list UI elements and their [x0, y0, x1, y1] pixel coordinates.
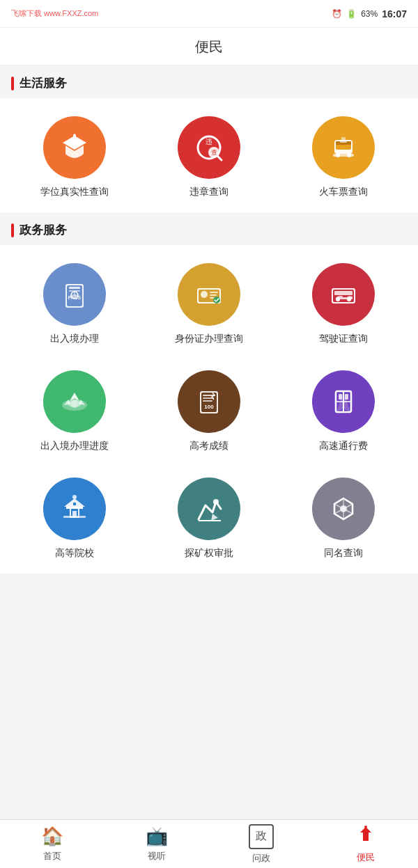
life-services-title: 生活服务 [20, 75, 67, 91]
svg-point-33 [336, 297, 340, 301]
svg-rect-53 [73, 503, 76, 505]
highway-fee-item[interactable]: 高速通行费 [284, 370, 403, 452]
border-affairs-item[interactable]: PASS 出入境办理 [15, 263, 134, 345]
svg-rect-14 [341, 137, 346, 141]
svg-rect-52 [66, 507, 83, 509]
svg-rect-47 [345, 394, 348, 400]
violation-check-icon: 违 查 [178, 116, 240, 179]
gov-services-header: 政务服务 [0, 212, 418, 245]
id-card-label: 身份证办理查询 [175, 333, 243, 345]
svg-point-0 [71, 138, 78, 145]
bottom-nav: 🏠 首页 📺 视听 政 问政 便民 [0, 819, 418, 868]
universities-icon [43, 478, 106, 540]
svg-rect-50 [72, 511, 77, 516]
driving-license-item[interactable]: 驾驶证查询 [284, 263, 403, 345]
gaokao-icon: 100 [178, 370, 240, 433]
battery-percent: 63% [361, 9, 378, 19]
svg-text:违: 违 [206, 138, 212, 145]
highway-fee-icon [312, 370, 375, 433]
nav-home[interactable]: 🏠 首页 [17, 826, 87, 862]
nav-politics[interactable]: 政 问政 [226, 824, 296, 865]
gov-services-grid: PASS 出入境办理 [0, 245, 418, 574]
svg-point-56 [213, 499, 219, 505]
train-ticket-item[interactable]: 火车票查询 [284, 116, 403, 198]
life-services-row: 学位真实性查询 违 查 违章查询 [0, 105, 418, 212]
degree-check-label: 学位真实性查询 [40, 186, 109, 198]
svg-rect-26 [210, 292, 218, 293]
highway-fee-label: 高速通行费 [319, 440, 368, 452]
svg-point-25 [201, 291, 208, 298]
nav-media-label: 视听 [148, 850, 166, 862]
svg-rect-41 [203, 400, 212, 402]
gov-row-2: 出入境办理进度 100 高考成绩 [0, 359, 418, 466]
svg-rect-55 [63, 516, 86, 518]
driving-license-label: 驾驶证查询 [319, 333, 368, 345]
train-ticket-icon [312, 116, 375, 179]
svg-point-64 [364, 826, 367, 828]
app-watermark: 飞嗦下载 www.FXXZ.com [11, 8, 98, 19]
violation-check-item[interactable]: 违 查 违章查询 [150, 116, 268, 198]
svg-rect-12 [333, 154, 354, 157]
id-card-icon [178, 263, 240, 326]
section-bar [11, 77, 14, 90]
svg-text:100: 100 [204, 404, 214, 410]
mining-approval-icon [178, 478, 240, 540]
universities-item[interactable]: 高等院校 [15, 478, 134, 560]
nav-convenience-label: 便民 [357, 851, 375, 864]
gov-services-title: 政务服务 [20, 222, 67, 238]
alarm-icon: ⏰ [332, 9, 342, 19]
page-title: 便民 [0, 28, 418, 65]
nav-convenience[interactable]: 便民 [331, 824, 401, 864]
life-services-header: 生活服务 [0, 65, 418, 98]
id-card-item[interactable]: 身份证办理查询 [150, 263, 268, 345]
violation-check-label: 违章查询 [189, 186, 229, 198]
nav-home-label: 首页 [43, 850, 61, 862]
time-display: 16:07 [382, 8, 407, 19]
location-icon [356, 824, 376, 849]
politics-box-icon: 政 [249, 824, 274, 849]
svg-rect-32 [334, 291, 353, 295]
svg-text:查: 查 [210, 149, 217, 156]
status-bar: 飞嗦下载 www.FXXZ.com ⏰ 🔋 63% 16:07 [0, 0, 418, 28]
svg-line-5 [217, 155, 222, 160]
driving-license-icon [312, 263, 375, 326]
border-affairs-label: 出入境办理 [50, 333, 99, 345]
life-services-grid: 学位真实性查询 违 查 违章查询 [0, 98, 418, 212]
svg-point-34 [347, 297, 351, 301]
nav-media[interactable]: 📺 视听 [122, 826, 192, 862]
battery-icon: 🔋 [346, 9, 357, 19]
svg-rect-17 [69, 287, 80, 289]
border-progress-label: 出入境办理进度 [40, 440, 109, 452]
gov-section-bar [11, 223, 14, 237]
svg-point-62 [340, 505, 347, 512]
life-services-section: 生活服务 学位真实性查询 [0, 65, 418, 212]
name-check-icon [312, 478, 375, 540]
gov-row-1: PASS 出入境办理 [0, 252, 418, 359]
border-progress-item[interactable]: 出入境办理进度 [15, 370, 134, 452]
svg-rect-27 [210, 294, 217, 296]
border-progress-icon [43, 370, 106, 433]
svg-rect-46 [339, 394, 342, 400]
gaokao-label: 高考成绩 [189, 440, 229, 452]
home-icon: 🏠 [41, 826, 63, 847]
degree-check-icon [43, 116, 106, 179]
status-left: 飞嗦下载 www.FXXZ.com [11, 8, 98, 19]
gov-row-3: 高等院校 探矿权审批 [0, 466, 418, 574]
status-right: ⏰ 🔋 63% 16:07 [332, 8, 407, 19]
gaokao-item[interactable]: 100 高考成绩 [150, 370, 268, 452]
universities-label: 高等院校 [55, 547, 94, 560]
border-affairs-icon: PASS [43, 263, 106, 326]
mining-approval-label: 探矿权审批 [185, 547, 233, 560]
tv-icon: 📺 [146, 826, 168, 847]
name-check-item[interactable]: 同名查询 [284, 478, 403, 560]
nav-politics-label: 问政 [252, 852, 270, 865]
svg-point-54 [72, 495, 77, 499]
name-check-label: 同名查询 [324, 547, 363, 560]
gov-services-section: 政务服务 PASS 出入境办理 [0, 212, 418, 574]
svg-marker-63 [360, 827, 371, 841]
politics-icon-text: 政 [256, 829, 267, 844]
degree-check-item[interactable]: 学位真实性查询 [15, 116, 134, 198]
train-ticket-label: 火车票查询 [319, 186, 368, 198]
mining-approval-item[interactable]: 探矿权审批 [150, 478, 268, 560]
